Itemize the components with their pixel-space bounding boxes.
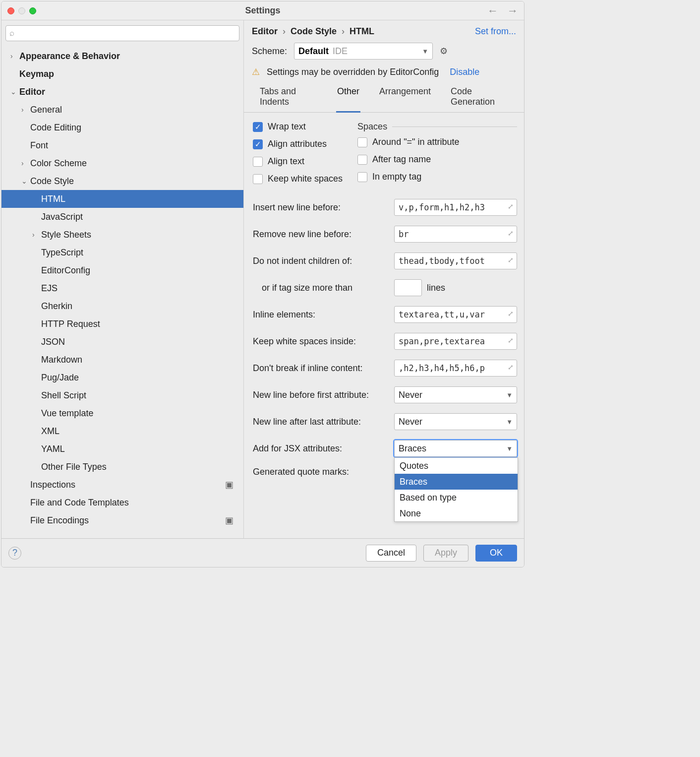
disable-link[interactable]: Disable [450, 67, 479, 77]
chevron-right-icon: › [21, 159, 30, 167]
tree-item[interactable]: ›General [1, 101, 243, 119]
tree-item[interactable]: ›Color Scheme [1, 154, 243, 172]
expand-icon[interactable]: ⤢ [508, 256, 514, 264]
insert-newline-before-input[interactable]: v,p,form,h1,h2,h3 ⤢ [394, 199, 517, 216]
tree-item[interactable]: ⌄Code Style [1, 172, 243, 190]
tree-item[interactable]: HTTP Request [1, 315, 243, 333]
checkbox-row[interactable]: In empty tag [357, 172, 517, 182]
search-icon: ⌕ [9, 28, 14, 38]
tree-item-label: YAML [41, 444, 65, 454]
label: Insert new line before: [253, 202, 394, 213]
no-indent-children-input[interactable]: thead,tbody,tfoot ⤢ [394, 252, 517, 269]
checkbox[interactable]: ✓ [253, 139, 263, 149]
expand-icon[interactable]: ⤢ [508, 363, 514, 371]
inline-elements-input[interactable]: textarea,tt,u,var ⤢ [394, 306, 517, 323]
checkbox[interactable] [253, 174, 263, 184]
tree-item[interactable]: Vue template [1, 404, 243, 422]
tree-item[interactable]: Other File Types [1, 458, 243, 476]
checkbox[interactable] [357, 172, 367, 182]
checkbox[interactable]: ✓ [253, 122, 263, 132]
tree-item-label: Keymap [19, 69, 54, 79]
window-title: Settings [245, 5, 280, 16]
expand-icon[interactable]: ⤢ [508, 229, 514, 237]
tree-item[interactable]: Font [1, 136, 243, 154]
back-icon[interactable]: ← [487, 4, 498, 17]
checkbox[interactable] [357, 155, 367, 165]
gear-icon[interactable]: ⚙ [440, 46, 448, 57]
newline-after-attr-select[interactable]: Never ▼ [394, 413, 517, 430]
tree-item[interactable]: File and Code Templates [1, 494, 243, 511]
tree-item-label: TypeScript [41, 248, 83, 258]
tree-item[interactable]: EditorConfig [1, 261, 243, 279]
tab-tabs-indents[interactable]: Tabs and Indents [259, 82, 318, 112]
forward-icon[interactable]: → [507, 4, 518, 17]
newline-before-attr-select[interactable]: Never ▼ [394, 386, 517, 403]
main-panel: Editor › Code Style › HTML Set from... S… [244, 20, 524, 538]
tag-size-input[interactable] [394, 279, 422, 296]
tab-arrangement[interactable]: Arrangement [378, 82, 432, 112]
checkbox-row[interactable]: ✓Align attributes [253, 139, 343, 149]
project-icon: ▣ [225, 479, 233, 490]
settings-tree[interactable]: ›Appearance & BehaviorKeymap⌄Editor›Gene… [1, 44, 243, 538]
tree-item[interactable]: Code Editing [1, 119, 243, 136]
remove-newline-before-input[interactable]: br ⤢ [394, 226, 517, 243]
checkbox-row[interactable]: After tag name [357, 154, 517, 165]
scheme-select[interactable]: Default IDE ▼ [294, 43, 433, 60]
tree-item[interactable]: Inspections▣ [1, 476, 243, 494]
tree-item[interactable]: ›Appearance & Behavior [1, 47, 243, 65]
dropdown-option[interactable]: None [395, 505, 518, 521]
cancel-button[interactable]: Cancel [366, 545, 416, 562]
tab-bar: Tabs and Indents Other Arrangement Code … [244, 82, 524, 113]
tree-item[interactable]: Markdown [1, 351, 243, 369]
tree-item[interactable]: Pug/Jade [1, 369, 243, 386]
zoom-icon[interactable] [29, 7, 36, 14]
label: Inline elements: [253, 310, 394, 320]
expand-icon[interactable]: ⤢ [508, 202, 514, 210]
jsx-attributes-select[interactable]: Braces ▼ QuotesBracesBased on typeNone [394, 440, 517, 457]
dropdown-option[interactable]: Braces [395, 474, 518, 490]
ok-button[interactable]: OK [475, 545, 517, 562]
tree-item[interactable]: Shell Script [1, 386, 243, 404]
set-from-link[interactable]: Set from... [475, 26, 516, 37]
dropdown-option[interactable]: Quotes [395, 458, 518, 474]
tab-code-generation[interactable]: Code Generation [450, 82, 509, 112]
apply-button[interactable]: Apply [423, 545, 468, 562]
breadcrumb-part[interactable]: Editor [252, 26, 278, 37]
tree-item-label: Other File Types [41, 462, 107, 472]
tree-item[interactable]: JSON [1, 333, 243, 351]
checkbox-row[interactable]: ✓Wrap text [253, 122, 343, 132]
chevron-right-icon: › [10, 52, 19, 60]
tree-item[interactable]: EJS [1, 279, 243, 297]
tree-item[interactable]: YAML [1, 440, 243, 458]
dont-break-input[interactable]: ,h2,h3,h4,h5,h6,p ⤢ [394, 360, 517, 377]
tree-item[interactable]: JavaScript [1, 208, 243, 226]
checkbox-row[interactable]: Around "=" in attribute [357, 137, 517, 147]
close-icon[interactable] [7, 7, 14, 14]
checkbox[interactable] [357, 137, 367, 147]
tree-item[interactable]: Keymap [1, 65, 243, 83]
checkbox[interactable] [253, 157, 263, 167]
tab-other[interactable]: Other [336, 82, 360, 113]
tree-item[interactable]: XML [1, 422, 243, 440]
scheme-value: Default [298, 46, 329, 57]
tree-item[interactable]: TypeScript [1, 244, 243, 261]
expand-icon[interactable]: ⤢ [508, 310, 514, 317]
keep-whitespace-input[interactable]: span,pre,textarea ⤢ [394, 333, 517, 350]
checkbox-row[interactable]: Keep white spaces [253, 174, 343, 184]
tree-item[interactable]: ⌄Editor [1, 83, 243, 101]
suffix: lines [427, 283, 445, 293]
search-input[interactable] [5, 25, 239, 41]
tree-item[interactable]: Gherkin [1, 297, 243, 315]
tree-item-label: JSON [41, 337, 65, 347]
help-icon[interactable]: ? [8, 547, 21, 560]
minimize-icon[interactable] [18, 7, 25, 14]
checkbox-row[interactable]: Align text [253, 156, 343, 167]
tree-item[interactable]: HTML [1, 190, 243, 208]
expand-icon[interactable]: ⤢ [508, 336, 514, 344]
tree-item-label: Pug/Jade [41, 373, 79, 383]
breadcrumb-part[interactable]: HTML [350, 26, 374, 37]
tree-item[interactable]: File Encodings▣ [1, 511, 243, 529]
tree-item[interactable]: ›Style Sheets [1, 226, 243, 244]
dropdown-option[interactable]: Based on type [395, 490, 518, 505]
breadcrumb-part[interactable]: Code Style [291, 26, 337, 37]
